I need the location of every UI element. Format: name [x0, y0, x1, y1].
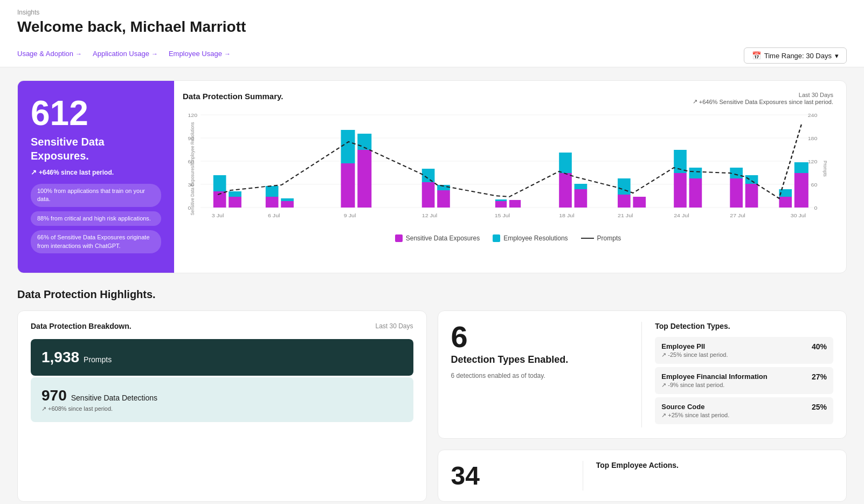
detection-type-sub-3: ↗ +25% since last period.	[661, 412, 729, 419]
svg-text:9 Jul: 9 Jul	[344, 213, 356, 218]
svg-text:30 Jul: 30 Jul	[791, 213, 806, 218]
trend-up-icon: ↗	[31, 168, 37, 176]
chart-area: 120 90 60 30 0 240 180 120 60 0	[183, 109, 833, 228]
svg-rect-47	[745, 184, 758, 208]
info-badge-1: 100% from applications that train on you…	[31, 184, 161, 207]
detection-sub: 6 detections enabled as of today.	[451, 372, 629, 379]
tab-application-usage[interactable]: Application Usage →	[93, 44, 169, 67]
detection-type-name-1: Employee PII	[661, 342, 728, 350]
svg-rect-37	[575, 184, 587, 189]
chart-container: Data Protection Summary. Last 30 Days ↗ …	[174, 81, 846, 273]
svg-text:120: 120	[808, 159, 818, 164]
chart-trend-info: ↗ +646% Sensitive Data Exposures since l…	[693, 98, 833, 105]
svg-rect-27	[422, 182, 435, 208]
detection-pct-1: 40%	[812, 342, 827, 351]
svg-rect-16	[213, 175, 226, 191]
info-badge-3: 66% of Sensitive Data Exposures originat…	[31, 230, 161, 253]
svg-rect-34	[559, 173, 572, 208]
detection-card: 6 Detection Types Enabled. 6 detections …	[438, 310, 847, 439]
svg-rect-52	[794, 162, 808, 173]
legend-employee: Employee Resolutions	[493, 234, 568, 242]
svg-rect-45	[730, 178, 743, 208]
chart-title: Data Protection Summary.	[183, 92, 283, 101]
svg-rect-24	[341, 130, 355, 163]
svg-text:180: 180	[808, 136, 818, 141]
svg-rect-20	[266, 186, 279, 197]
svg-rect-31	[495, 201, 507, 208]
detection-type-name-3: Source Code	[661, 403, 729, 411]
breakdown-card: Data Protection Breakdown. Last 30 Days …	[17, 310, 427, 502]
svg-text:15 Jul: 15 Jul	[495, 213, 510, 218]
svg-rect-17	[229, 197, 241, 208]
svg-rect-48	[745, 175, 758, 184]
breadcrumb: Insights	[17, 9, 847, 16]
legend-color-sensitive	[395, 234, 403, 242]
detection-type-name-2: Employee Financial Information	[661, 372, 767, 381]
svg-rect-32	[495, 199, 507, 201]
prompts-bar: 1,938 Prompts	[31, 339, 413, 376]
svg-rect-51	[794, 173, 808, 208]
svg-rect-49	[779, 197, 792, 208]
trend-icon-3: ↗	[661, 412, 666, 419]
detections-trend: +608% since last period.	[48, 405, 113, 412]
svg-text:27 Jul: 27 Jul	[730, 213, 745, 218]
svg-text:3 Jul: 3 Jul	[212, 213, 224, 218]
svg-rect-41	[674, 173, 687, 208]
detection-type-row-1: Employee PII ↗ -25% since last period. 4…	[655, 337, 833, 364]
detection-count: 6	[451, 322, 629, 352]
tab-employee-usage[interactable]: Employee Usage →	[169, 44, 241, 67]
prompts-label: Prompts	[84, 355, 112, 364]
bottom-num-section: 34	[451, 461, 583, 491]
detection-type-sub-2: ↗ -9% since last period.	[661, 382, 767, 389]
svg-text:0: 0	[814, 205, 817, 211]
svg-rect-22	[281, 198, 294, 201]
svg-rect-44	[689, 168, 702, 178]
data-protection-chart-section: 612 Sensitive Data Exposures. ↗ +646% si…	[17, 80, 847, 273]
detection-pct-2: 27%	[812, 372, 827, 381]
page-title: Welcome back, Michael Marriott	[17, 18, 847, 36]
svg-rect-40	[633, 197, 646, 208]
prompts-number: 1,938	[42, 349, 79, 366]
svg-text:24 Jul: 24 Jul	[674, 213, 689, 218]
bottom-row-card: 34 Top Employee Actions.	[438, 450, 847, 502]
arrow-icon: →	[224, 50, 231, 58]
svg-rect-43	[689, 178, 702, 208]
calendar-icon: 📅	[752, 51, 761, 60]
info-badge-2: 88% from critical and high risk applicat…	[31, 211, 161, 226]
arrow-icon: →	[75, 50, 82, 58]
svg-text:12 Jul: 12 Jul	[422, 213, 437, 218]
highlights-section: Data Protection Highlights. Data Protect…	[17, 288, 847, 502]
svg-rect-25	[357, 150, 371, 208]
svg-rect-33	[509, 200, 521, 208]
svg-text:21 Jul: 21 Jul	[618, 213, 633, 218]
svg-rect-38	[618, 195, 631, 208]
svg-rect-19	[266, 197, 279, 208]
trend-label: ↗ +646% since last period.	[31, 168, 161, 176]
chart-svg: 120 90 60 30 0 240 180 120 60 0	[183, 109, 833, 228]
detection-left: 6 Detection Types Enabled. 6 detections …	[451, 322, 642, 427]
trend-icon-2: ↗	[661, 382, 666, 389]
svg-rect-29	[437, 190, 450, 208]
legend-dashed-line	[581, 238, 594, 239]
svg-rect-36	[575, 189, 587, 208]
tab-usage-adoption[interactable]: Usage & Adoption →	[17, 44, 93, 67]
big-number: 612	[31, 96, 161, 130]
detections-number: 970	[42, 387, 67, 404]
svg-text:60: 60	[811, 182, 818, 188]
right-column: 6 Detection Types Enabled. 6 detections …	[438, 310, 847, 502]
detection-right: Top Detection Types. Employee PII ↗ -25%…	[642, 322, 833, 427]
svg-text:120: 120	[188, 113, 197, 118]
time-range-button[interactable]: 📅 Time Range: 30 Days ▾	[744, 47, 847, 64]
svg-text:6 Jul: 6 Jul	[268, 213, 280, 218]
svg-rect-35	[559, 153, 572, 173]
svg-text:240: 240	[808, 113, 818, 118]
arrow-icon: →	[151, 50, 158, 58]
svg-text:18 Jul: 18 Jul	[559, 213, 574, 218]
legend-sensitive: Sensitive Data Exposures	[395, 234, 480, 242]
highlights-title: Data Protection Highlights.	[17, 288, 847, 301]
chart-legend: Sensitive Data Exposures Employee Resolu…	[183, 234, 833, 242]
svg-rect-23	[341, 163, 355, 208]
detection-type-sub-1: ↗ -25% since last period.	[661, 351, 728, 358]
detections-label: Sensitive Data Detections	[71, 393, 157, 402]
detection-label: Detection Types Enabled.	[451, 354, 629, 365]
